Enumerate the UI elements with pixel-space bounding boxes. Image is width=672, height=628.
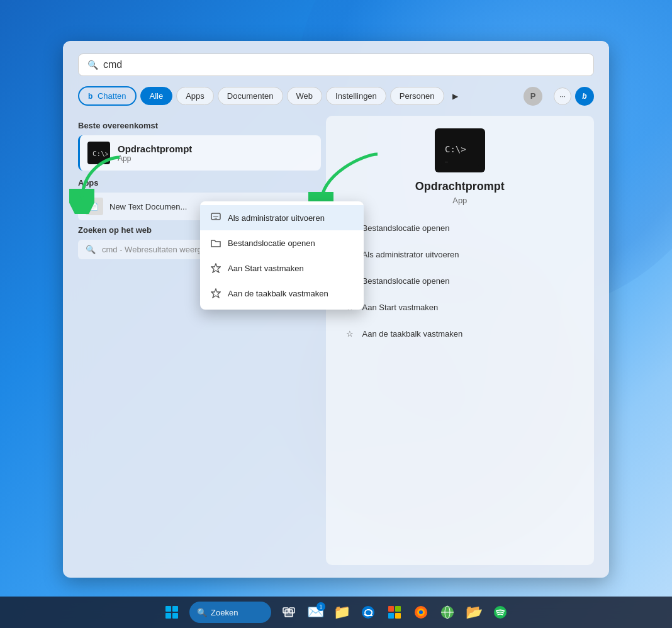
svg-rect-19 (395, 613, 401, 619)
taskbar-edge[interactable] (357, 601, 379, 624)
right-app-name: Opdrachtprompt (415, 180, 505, 193)
tab-instellingen[interactable]: Instellingen (326, 87, 386, 105)
context-menu-item-pin-start-label: Aan Start vastmaken (228, 264, 304, 273)
pin-taskbar-icon: ☆ (344, 327, 356, 340)
green-arrow-1 (69, 151, 132, 216)
tab-chatten[interactable]: b Chatten (78, 86, 137, 106)
svg-rect-16 (388, 606, 394, 612)
best-match-title: Beste overeenkomst (78, 121, 321, 130)
context-menu-item-pin-start[interactable]: Aan Start vastmaken (200, 255, 364, 281)
tab-alle[interactable]: Alle (140, 87, 173, 105)
svg-rect-8 (165, 606, 171, 612)
svg-text:C:\>: C:\> (445, 144, 466, 154)
mail-badge: 1 (316, 602, 325, 611)
svg-text:_: _ (445, 157, 448, 162)
right-actions: 📁 Bestandslocatie openen 🛡 Als administr… (339, 215, 581, 347)
svg-marker-7 (211, 289, 220, 298)
svg-rect-18 (388, 613, 394, 619)
context-menu-item-admin-label: Als administrator uitvoeren (228, 213, 325, 223)
search-bar[interactable]: 🔍 cmd (78, 53, 594, 76)
right-action-open-location[interactable]: 📂 Bestandslocatie openen (339, 268, 581, 293)
right-action-pin-taskbar-label: Aan de taakbalk vastmaken (362, 329, 463, 339)
taskbar-search-icon: 🔍 (197, 608, 207, 617)
right-action-open-location-label: Bestandslocatie openen (362, 276, 450, 286)
svg-marker-6 (211, 264, 220, 272)
context-pin-taskbar-icon (210, 288, 221, 299)
context-menu-item-open-location[interactable]: Bestandslocatie openen (200, 230, 364, 255)
bing-button[interactable]: b (575, 87, 594, 106)
right-app-icon: C:\> _ (435, 128, 485, 172)
context-menu-item-admin[interactable]: Als administrator uitvoeren (200, 205, 364, 230)
context-menu-item-pin-taskbar-label: Aan de taakbalk vastmaken (228, 289, 328, 298)
context-admin-icon (210, 212, 221, 223)
profile-button[interactable]: P (524, 87, 542, 106)
tab-apps[interactable]: Apps (176, 87, 214, 105)
web-search-icon: 🔍 (86, 245, 96, 254)
right-action-admin-label: Als administrator uitvoeren (362, 250, 459, 259)
filter-tabs: b Chatten Alle Apps Documenten Web Inste… (78, 86, 594, 106)
more-options-button[interactable]: ··· (554, 87, 571, 105)
taskbar-search-label: Zoeken (211, 608, 238, 617)
right-action-pin-start[interactable]: ☆ Aan Start vastmaken (339, 294, 581, 320)
svg-rect-11 (172, 613, 178, 619)
search-input-value[interactable]: cmd (103, 59, 585, 70)
tab-personen[interactable]: Personen (390, 87, 444, 105)
taskbar-chrome[interactable] (436, 601, 459, 624)
taskbar-spotify[interactable] (489, 601, 512, 624)
taskbar-file-explorer[interactable]: 📁 (330, 601, 353, 624)
tab-more-arrow[interactable]: ▶ (448, 89, 463, 104)
svg-rect-14 (285, 610, 293, 617)
context-menu-item-open-location-label: Bestandslocatie openen (228, 238, 315, 248)
tab-documenten[interactable]: Documenten (218, 87, 283, 105)
taskbar-search[interactable]: 🔍 Zoeken (189, 602, 271, 623)
taskbar-firefox[interactable] (410, 601, 432, 624)
context-folder-icon (210, 237, 221, 249)
tab-web[interactable]: Web (287, 87, 323, 105)
right-action-open-file-label: Bestandslocatie openen (362, 223, 450, 233)
start-button[interactable] (160, 601, 183, 624)
right-app-sub: App (452, 196, 467, 205)
search-bar-icon: 🔍 (87, 60, 98, 70)
right-action-admin[interactable]: 🛡 Als administrator uitvoeren (339, 242, 581, 267)
context-pin-start-icon (210, 262, 221, 274)
svg-rect-10 (165, 613, 171, 619)
context-menu: Als administrator uitvoeren Bestandsloca… (200, 201, 364, 310)
context-menu-item-pin-taskbar[interactable]: Aan de taakbalk vastmaken (200, 281, 364, 306)
svg-point-22 (419, 610, 423, 614)
taskbar-task-view[interactable] (277, 601, 300, 624)
right-action-pin-start-label: Aan Start vastmaken (362, 303, 439, 312)
svg-rect-9 (172, 606, 178, 612)
right-action-pin-taskbar[interactable]: ☆ Aan de taakbalk vastmaken (339, 321, 581, 346)
taskbar-store[interactable] (383, 601, 406, 624)
taskbar: 🔍 Zoeken ✉️ 1 📁 (0, 597, 672, 628)
svg-rect-17 (395, 606, 401, 612)
taskbar-files-gold[interactable]: 📂 (462, 601, 485, 624)
taskbar-mail[interactable]: ✉️ 1 (304, 601, 327, 624)
